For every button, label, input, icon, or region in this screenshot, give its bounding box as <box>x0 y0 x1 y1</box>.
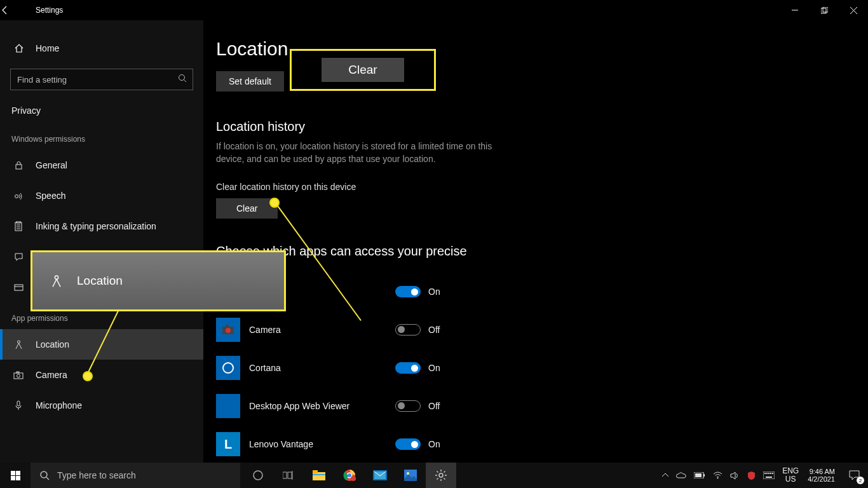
svg-rect-53 <box>703 474 705 477</box>
settings-icon[interactable] <box>426 463 456 488</box>
app-list: OnCameraOffCortanaOnDesktop App Web View… <box>216 273 868 463</box>
close-button[interactable] <box>839 0 868 20</box>
back-button[interactable] <box>0 5 31 15</box>
svg-point-18 <box>17 374 20 377</box>
app-row: CortanaOn <box>216 349 868 387</box>
taskbar-search[interactable]: Type here to search <box>31 463 240 488</box>
sidebar-item-camera[interactable]: Camera <box>0 360 203 390</box>
svg-rect-29 <box>283 472 287 478</box>
svg-point-42 <box>407 472 409 475</box>
task-view-icon[interactable] <box>273 463 304 488</box>
search-icon <box>178 74 187 83</box>
svg-point-26 <box>41 471 47 478</box>
tray-chevron-icon[interactable] <box>658 473 672 478</box>
svg-rect-1 <box>821 8 826 13</box>
sidebar-item-diagnostics[interactable] <box>0 241 203 272</box>
svg-line-6 <box>184 80 187 83</box>
svg-rect-60 <box>768 473 770 474</box>
home-icon <box>13 43 25 53</box>
sidebar-item-activity[interactable] <box>0 272 203 302</box>
app-row: LLenovo VantageOn <box>216 425 868 463</box>
sidebar-item-label: Inking & typing personalization <box>36 221 156 231</box>
app-toggle[interactable] <box>395 286 421 297</box>
svg-line-27 <box>46 477 49 480</box>
svg-rect-30 <box>288 472 292 478</box>
set-default-button[interactable]: Set default <box>216 71 284 92</box>
location-history-desc: If location is on, your location history… <box>216 140 508 165</box>
file-explorer-icon[interactable] <box>304 463 334 488</box>
svg-rect-33 <box>313 470 318 473</box>
chrome-icon[interactable] <box>334 463 365 488</box>
svg-point-55 <box>717 478 719 479</box>
maximize-button[interactable] <box>810 0 839 20</box>
tray-keyboard-icon[interactable] <box>759 471 778 479</box>
tray-onedrive-icon[interactable] <box>672 472 690 479</box>
sidebar-item-inking[interactable]: Inking & typing personalization <box>0 211 203 241</box>
section-title: Privacy <box>0 100 203 123</box>
svg-point-28 <box>254 471 262 480</box>
tray-time: 9:46 AM <box>808 468 835 475</box>
app-toggle[interactable] <box>395 438 421 450</box>
clipboard-icon <box>11 221 25 231</box>
photos-icon[interactable] <box>395 463 426 488</box>
titlebar: Settings <box>0 0 868 20</box>
sidebar-item-microphone[interactable]: Microphone <box>0 390 203 421</box>
app-name: Cortana <box>249 363 395 373</box>
tray-battery-icon[interactable] <box>690 472 709 478</box>
toggle-state-label: Off <box>428 325 440 335</box>
annotation-dot <box>269 198 280 208</box>
feedback-icon <box>11 252 25 262</box>
app-icon <box>216 394 240 418</box>
svg-point-22 <box>226 328 231 333</box>
mail-icon[interactable] <box>365 463 395 488</box>
clear-button[interactable]: Clear <box>216 198 278 219</box>
lock-icon <box>11 161 25 170</box>
action-center-icon[interactable]: 2 <box>840 463 868 488</box>
activity-icon <box>11 283 25 292</box>
svg-rect-58 <box>764 473 766 474</box>
tray-security-icon[interactable] <box>743 471 759 480</box>
svg-point-5 <box>179 75 185 81</box>
location-history-heading: Location history <box>216 119 868 134</box>
svg-rect-2 <box>823 7 828 12</box>
sidebar-item-general[interactable]: General <box>0 150 203 180</box>
home-button[interactable]: Home <box>0 36 203 61</box>
callout-clear-text: Clear <box>322 58 403 82</box>
tray-date: 4/2/2021 <box>808 475 835 483</box>
start-button[interactable] <box>0 463 31 488</box>
tray-clock[interactable]: 9:46 AM 4/2/2021 <box>803 468 840 483</box>
svg-line-48 <box>437 471 438 473</box>
app-name: Camera <box>249 325 395 335</box>
window-title: Settings <box>31 6 63 15</box>
speech-icon <box>11 191 25 201</box>
tray-volume-icon[interactable] <box>726 471 743 480</box>
svg-rect-56 <box>763 471 775 479</box>
app-toggle[interactable] <box>395 400 421 412</box>
taskbar-search-placeholder: Type here to search <box>57 470 136 480</box>
sidebar-item-label: Speech <box>36 191 65 201</box>
microphone-icon <box>11 400 25 410</box>
toggle-state-label: Off <box>428 401 440 411</box>
location-icon <box>11 339 25 349</box>
app-icon <box>216 356 240 380</box>
app-toggle[interactable] <box>395 324 421 336</box>
svg-rect-54 <box>695 473 702 477</box>
svg-line-50 <box>444 471 445 473</box>
sidebar-item-speech[interactable]: Speech <box>0 180 203 211</box>
app-toggle[interactable] <box>395 362 421 374</box>
svg-rect-7 <box>16 165 22 169</box>
notification-badge: 2 <box>857 477 864 484</box>
search-input[interactable] <box>10 69 193 90</box>
toggle-state-label: On <box>428 439 440 449</box>
toggle-state-label: On <box>428 363 440 373</box>
svg-rect-59 <box>766 473 768 474</box>
app-row: Desktop App Web ViewerOff <box>216 387 868 425</box>
svg-point-38 <box>351 476 356 481</box>
sidebar-item-label: Camera <box>36 370 67 380</box>
page-title: Location <box>216 38 868 60</box>
tray-wifi-icon[interactable] <box>709 471 726 479</box>
cortana-icon[interactable] <box>243 463 273 488</box>
tray-language[interactable]: ENG US <box>778 467 803 484</box>
minimize-button[interactable] <box>780 0 810 20</box>
svg-point-43 <box>439 473 443 477</box>
